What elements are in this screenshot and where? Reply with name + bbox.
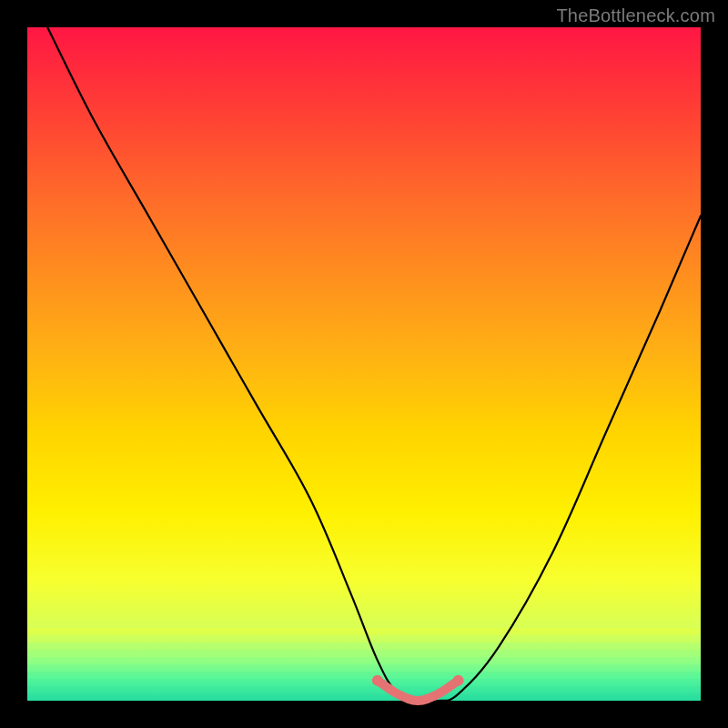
plot-area	[27, 27, 701, 701]
watermark-text: TheBottleneck.com	[556, 5, 715, 26]
curve-group	[47, 27, 701, 702]
bottleneck-curve-svg	[27, 27, 701, 701]
bottleneck-curve	[47, 27, 701, 702]
chart-frame: TheBottleneck.com	[0, 0, 728, 728]
flat-end-dot	[372, 675, 383, 686]
flat-end-dot	[453, 675, 464, 686]
